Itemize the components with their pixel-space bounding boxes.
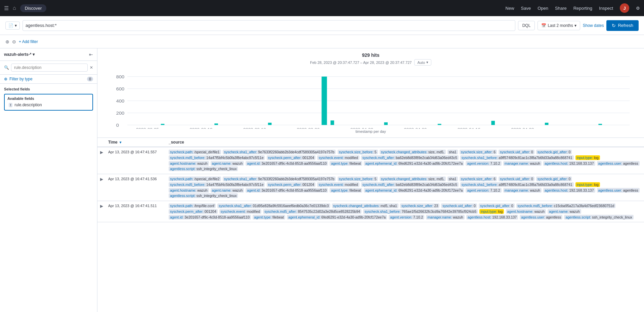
- index-title-label: wazuh-alerts-*: [4, 52, 31, 57]
- expand-col-header: [100, 140, 108, 145]
- tag-md5-after: syscheck.md5_after: ba62eb8d83f89e2cab34…: [361, 182, 459, 187]
- save-button[interactable]: Save: [521, 6, 531, 11]
- table-row[interactable]: ▶ Apr 13, 2023 @ 16:47:41.536 syscheck.p…: [97, 174, 644, 201]
- row-expand-button[interactable]: ▶: [100, 203, 108, 208]
- svg-rect-16: [438, 124, 441, 125]
- tag-gid-after: syscheck.gid_after: 0: [536, 150, 572, 154]
- svg-rect-12: [268, 123, 272, 125]
- index-selector[interactable]: 📄 ▾: [5, 22, 20, 30]
- chart-svg: 0 200 400 600 800: [103, 68, 639, 129]
- tag-agent-ephemeral: agent.ephemeral_id: 6fed6291-e32d-4a30-a…: [364, 161, 464, 166]
- tag-input-type: input.type: log: [575, 155, 600, 160]
- tag-agentless-host: agentless.host: 192.168.33.137: [466, 215, 518, 220]
- tag-md5-before: syscheck.md5_before: c15cba95a217a3fa4d7…: [516, 203, 616, 208]
- tag-agent-version: agent.version: 7.10.2: [466, 188, 501, 193]
- row-timestamp: Apr 13, 2023 @ 16:47:41.557: [108, 149, 169, 154]
- filter-type-label: Filter by type: [9, 77, 33, 81]
- tag-sha1: sha1: [447, 150, 458, 154]
- svg-rect-13: [321, 77, 327, 125]
- field-name: rule.description: [14, 103, 42, 107]
- tag-agentless-host: agentless.host: 192.168.33.137: [543, 188, 595, 193]
- reporting-button[interactable]: Reporting: [573, 6, 592, 11]
- table-area[interactable]: Time ▼ _source ▶ Apr 13, 2023 @ 16:47:41…: [97, 138, 644, 312]
- tag-agent-version: agent.version: 7.10.2: [466, 161, 501, 166]
- tag-uid-after: syscheck.uid_after: 0: [499, 177, 534, 181]
- chevron-down-icon: ▾: [574, 23, 576, 28]
- tag-perm-after: syscheck.perm_after: 001204: [267, 182, 316, 187]
- table-row[interactable]: ▶ Apr 13, 2023 @ 16:47:41.557 syscheck.p…: [97, 147, 644, 174]
- tag-agent-type: agent.type: filebeat: [253, 215, 285, 220]
- row-timestamp: Apr 13, 2023 @ 16:47:41.511: [108, 203, 169, 208]
- field-search-input[interactable]: [11, 64, 88, 72]
- svg-text:2023-03-26: 2023-03-26: [297, 127, 319, 129]
- field-item[interactable]: t rule.description: [7, 102, 90, 108]
- tag-perm-after: syscheck.perm_after: 001204: [267, 155, 316, 160]
- svg-text:800: 800: [116, 75, 124, 79]
- nav-left: ☰ ⌂ Discover: [4, 4, 500, 12]
- tag-md5-after: syscheck.md5_after: 8547535c22d02a3e28d5…: [263, 209, 361, 214]
- settings-icon[interactable]: ⚙: [636, 6, 640, 11]
- row-expand-button[interactable]: ▶: [100, 176, 108, 182]
- tag-sha1-after: syscheck.sha1_after: 01d95e828a9fc5916ae…: [217, 203, 330, 208]
- svg-rect-10: [161, 124, 165, 125]
- svg-rect-18: [545, 123, 549, 125]
- dql-button[interactable]: DQL: [518, 21, 535, 30]
- sort-icon: ▼: [119, 141, 122, 144]
- tag-md5-before: syscheck.md5_before: 14a47f5bf4c5b0fa3f8…: [169, 182, 265, 187]
- inspect-button[interactable]: Inspect: [599, 6, 613, 11]
- svg-text:2023-03-19: 2023-03-19: [243, 127, 266, 129]
- chart-hits: 929 hits: [103, 52, 639, 58]
- tag-size-before: syscheck.size_before: 5: [338, 177, 378, 181]
- discover-tab[interactable]: Discover: [20, 4, 47, 12]
- share-button[interactable]: Share: [555, 6, 567, 11]
- tag-agent-ephemeral: agent.ephemeral_id: 6fed6291-e32d-4a30-a…: [364, 188, 464, 193]
- index-title[interactable]: wazuh-alerts-* ▾: [4, 52, 35, 57]
- chart-container: 929 hits Feb 28, 2023 @ 20:37:47.727 – A…: [97, 48, 644, 138]
- chevron-down-icon: ▾: [15, 23, 17, 28]
- svg-text:2023-04-16: 2023-04-16: [458, 127, 480, 129]
- tag-agent-type: agent.type: filebeat: [330, 161, 362, 166]
- svg-text:400: 400: [116, 99, 124, 104]
- tag-agent-id: agent.id: 3e201657-df9c-4c0d-8518-aa9556…: [169, 215, 251, 220]
- show-dates-button[interactable]: Show dates: [583, 23, 604, 28]
- hamburger-icon[interactable]: ☰: [4, 5, 9, 11]
- time-col-header[interactable]: Time ▼: [108, 140, 169, 145]
- tag-agent-version: agent.version: 7.10.2: [389, 215, 424, 220]
- tag-agent-name: agent.name: wazuh: [548, 209, 581, 214]
- row-source: syscheck.path: /special_dir/file1 sysche…: [169, 149, 641, 172]
- fields-section: Selected fields Available fields t rule.…: [0, 84, 97, 312]
- top-nav: ☰ ⌂ Discover New Save Open Share Reporti…: [0, 0, 644, 16]
- date-range-selector[interactable]: 📅 Last 2 months ▾: [538, 21, 580, 30]
- chart-wrapper: 0 200 400 600 800: [103, 68, 639, 129]
- open-button[interactable]: Open: [538, 6, 548, 11]
- table-row[interactable]: ▶ Apr 13, 2023 @ 16:47:41.511 syscheck.p…: [97, 201, 644, 222]
- chevron-down-icon: ▾: [426, 60, 428, 65]
- tag-agentless-script: agentless.script: ssh_integrity_check_li…: [169, 193, 238, 198]
- tag-agent-hostname: agent.hostname: wazuh: [506, 209, 546, 214]
- sidebar-collapse-icon[interactable]: ⇤: [89, 52, 93, 57]
- filter-collapse-icon[interactable]: ⊖: [12, 39, 16, 44]
- tag-agent-type: agent.type: filebeat: [330, 188, 362, 193]
- tag-gid-after: syscheck.gid_after: 0: [479, 203, 515, 208]
- chart-date-range: Feb 28, 2023 @ 20:37:47.727 – Apr 28, 20…: [310, 61, 412, 65]
- filter-by-type-button[interactable]: ⊕ Filter by type 0: [0, 75, 97, 84]
- chart-subtitle: Feb 28, 2023 @ 20:37:47.727 – Apr 28, 20…: [103, 59, 639, 66]
- tag-size-after: syscheck.size_after: 6: [460, 177, 497, 181]
- tag-sha1-before: syscheck.sha1_before: a9ff574809c81ac1c3…: [460, 182, 574, 187]
- tag-event: syscheck.event: modified: [219, 209, 261, 214]
- auto-select[interactable]: Auto ▾: [414, 59, 431, 66]
- add-filter-button[interactable]: + Add filter: [19, 39, 38, 44]
- row-expand-button[interactable]: ▶: [100, 149, 108, 155]
- filter-type-count: 0: [87, 77, 93, 81]
- date-range-label: Last 2 months: [548, 23, 573, 28]
- refresh-button[interactable]: ↻ Refresh: [606, 20, 639, 31]
- filter-type-icon: ⊕: [4, 77, 7, 81]
- tag-md5-before: syscheck.md5_before: 14a47f5bf4c5b0fa3f8…: [169, 155, 265, 160]
- index-icon: 📄: [8, 23, 13, 28]
- filter-icon[interactable]: ⊕: [5, 39, 9, 44]
- avatar[interactable]: J: [620, 3, 629, 13]
- clear-search-icon[interactable]: ✕: [90, 65, 93, 70]
- query-input-container[interactable]: agentless.host:*: [23, 20, 515, 31]
- home-icon[interactable]: ⌂: [13, 5, 16, 11]
- new-button[interactable]: New: [506, 6, 514, 11]
